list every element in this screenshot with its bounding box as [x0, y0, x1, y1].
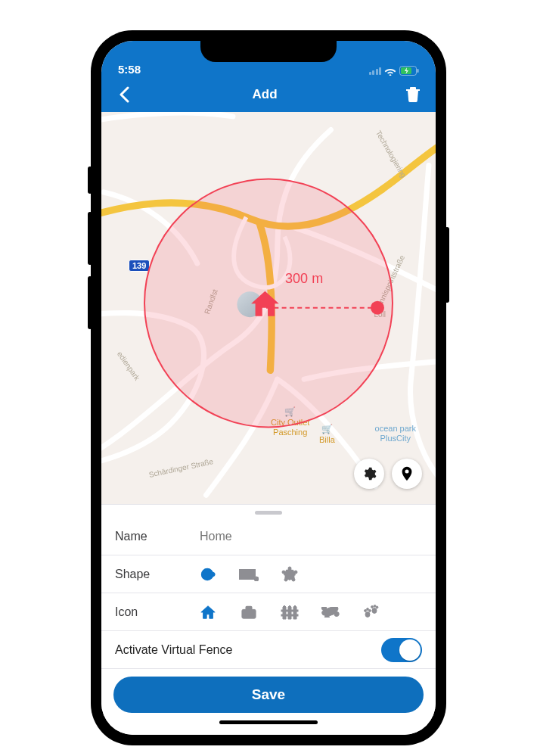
highway-shield: 139 — [129, 260, 150, 272]
status-icons — [369, 66, 420, 76]
icon-option-fence[interactable] — [280, 602, 300, 622]
row-activate: Activate Virtual Fence — [101, 631, 436, 669]
icon-label: Icon — [115, 605, 198, 619]
svg-point-22 — [371, 605, 374, 608]
page-title: Add — [129, 87, 401, 102]
svg-point-8 — [288, 567, 291, 570]
svg-point-20 — [367, 608, 369, 610]
svg-rect-16 — [281, 614, 298, 616]
phone-notch — [200, 41, 337, 62]
svg-point-23 — [374, 605, 376, 607]
battery-charging-icon — [399, 66, 419, 76]
polygon-icon — [281, 566, 299, 583]
svg-point-11 — [284, 578, 287, 581]
shape-circle[interactable] — [198, 565, 218, 584]
svg-point-7 — [254, 577, 259, 581]
svg-point-21 — [369, 609, 371, 611]
icon-option-briefcase[interactable] — [239, 602, 259, 622]
radius-handle[interactable] — [266, 301, 384, 315]
location-pin-icon — [399, 465, 415, 482]
save-button[interactable]: Save — [113, 677, 424, 713]
icon-option-bone[interactable] — [321, 602, 340, 622]
svg-point-10 — [292, 578, 295, 581]
phone-side-button — [88, 276, 92, 329]
shape-options — [198, 565, 300, 584]
cellular-signal-icon — [369, 67, 382, 75]
svg-point-17 — [365, 611, 370, 617]
activate-toggle[interactable] — [381, 638, 422, 662]
briefcase-icon — [241, 605, 257, 620]
gear-icon — [362, 466, 377, 481]
shape-polygon[interactable] — [280, 565, 300, 584]
icon-option-home[interactable] — [198, 602, 218, 622]
svg-rect-14 — [246, 606, 251, 609]
row-shape: Shape — [101, 555, 436, 593]
screen: 5:58 Add — [101, 41, 436, 735]
svg-point-5 — [211, 572, 216, 577]
radius-label: 300 m — [285, 271, 323, 287]
map-view[interactable]: 139 Randlst Tennispointstraße Technologi… — [101, 112, 436, 504]
row-name: Name — [101, 518, 436, 555]
nav-bar: Add — [101, 77, 436, 112]
phone-frame: 5:58 Add — [91, 30, 446, 745]
trash-icon — [406, 87, 420, 102]
svg-rect-6 — [240, 570, 255, 579]
phone-side-button — [445, 227, 449, 303]
map-poi: 🛒Billa — [319, 424, 335, 445]
circle-icon — [200, 566, 216, 583]
phone-side-button — [88, 212, 92, 265]
svg-rect-13 — [242, 609, 256, 618]
shape-label: Shape — [115, 568, 198, 581]
phone-side-button — [88, 166, 92, 194]
svg-point-9 — [294, 571, 297, 574]
chevron-left-icon — [119, 86, 129, 103]
name-input[interactable] — [198, 529, 422, 544]
shape-rectangle[interactable] — [239, 565, 259, 584]
delete-button[interactable] — [401, 82, 425, 107]
bone-icon — [321, 607, 340, 618]
icon-options — [198, 602, 381, 622]
fence-icon — [281, 605, 299, 620]
map-poi: ocean park PlusCity — [375, 424, 416, 443]
svg-point-18 — [372, 608, 377, 613]
svg-point-24 — [376, 606, 378, 608]
svg-rect-15 — [281, 610, 298, 611]
home-indicator — [219, 720, 318, 724]
icon-option-paws[interactable] — [362, 602, 381, 622]
activate-label: Activate Virtual Fence — [115, 643, 232, 657]
radius-drag-dot[interactable] — [371, 301, 384, 315]
home-icon — [200, 604, 216, 621]
sheet-drag-handle[interactable] — [255, 511, 282, 515]
paws-icon — [363, 605, 380, 620]
svg-point-19 — [365, 609, 367, 611]
svg-point-12 — [282, 571, 285, 574]
recenter-button[interactable] — [392, 459, 422, 489]
name-label: Name — [115, 530, 198, 543]
map-settings-button[interactable] — [354, 459, 384, 489]
form-sheet: Name Shape Icon — [101, 504, 436, 735]
wifi-icon — [384, 67, 396, 76]
rectangle-icon — [239, 568, 259, 581]
svg-rect-2 — [417, 69, 419, 73]
status-time: 5:58 — [118, 63, 141, 76]
row-icon: Icon — [101, 593, 436, 631]
